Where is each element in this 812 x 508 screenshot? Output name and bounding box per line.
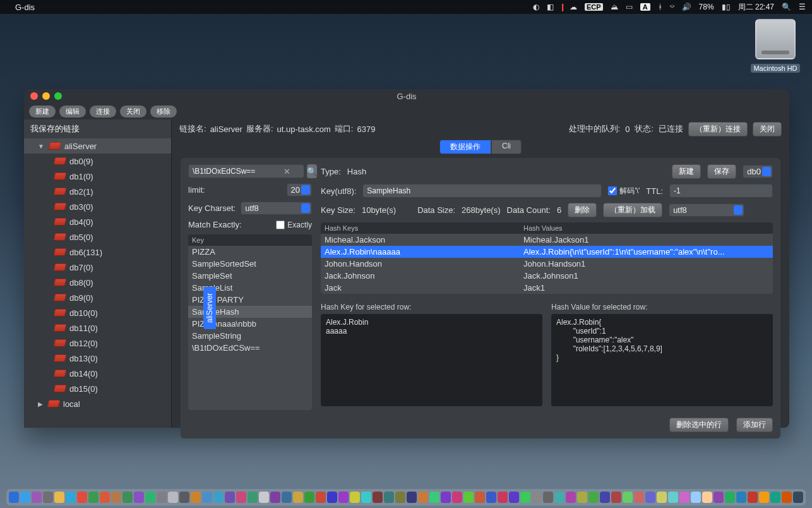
dock-app-icon[interactable]: [32, 492, 42, 503]
dock-app-icon[interactable]: [338, 492, 349, 503]
dock-app-icon[interactable]: [316, 492, 326, 503]
tab-data[interactable]: 数据操作: [439, 140, 491, 154]
dock-app-icon[interactable]: [236, 492, 246, 503]
dock-app-icon[interactable]: [134, 492, 144, 503]
dock-app-icon[interactable]: [418, 492, 428, 503]
dock-app-icon[interactable]: [259, 492, 269, 503]
hash-row[interactable]: Alex.J.Robin\naaaaaAlex.J.Robin{\n\t"use…: [321, 246, 773, 258]
dock[interactable]: [6, 489, 806, 505]
dock-app-icon[interactable]: [702, 492, 712, 503]
add-row-button[interactable]: 添加行: [736, 418, 773, 432]
dock-app-icon[interactable]: [725, 492, 735, 503]
sidebar-db-item[interactable]: db8(0): [24, 275, 171, 290]
sidebar-db-item[interactable]: db10(0): [24, 305, 171, 320]
dock-app-icon[interactable]: [600, 492, 610, 503]
menu-extra-icon[interactable]: ⛰: [611, 3, 618, 11]
dock-app-icon[interactable]: [304, 492, 314, 503]
dock-app-icon[interactable]: [54, 492, 64, 503]
dock-app-icon[interactable]: [213, 492, 224, 503]
limit-select[interactable]: 20: [287, 183, 312, 197]
clear-search-icon[interactable]: ✕: [284, 167, 290, 176]
dock-app-icon[interactable]: [498, 492, 508, 503]
dock-app-icon[interactable]: [270, 492, 280, 503]
reload-button[interactable]: （重新）加载: [603, 203, 662, 217]
dock-app-icon[interactable]: [145, 492, 155, 503]
dock-app-icon[interactable]: [782, 492, 792, 503]
dock-app-icon[interactable]: [452, 492, 462, 503]
key-item[interactable]: \B1tDOxEdCSw==: [188, 342, 312, 354]
dock-app-icon[interactable]: [679, 492, 690, 503]
dock-app-icon[interactable]: [157, 492, 167, 503]
dock-app-icon[interactable]: [248, 492, 258, 503]
dock-app-icon[interactable]: [384, 492, 394, 503]
reconnect-button[interactable]: （重新）连接: [688, 122, 748, 136]
sidebar-db-item[interactable]: db4(0): [24, 214, 171, 229]
save-button[interactable]: 保存: [707, 164, 736, 179]
sidebar-db-item[interactable]: db6(131): [24, 245, 171, 260]
dock-app-icon[interactable]: [77, 492, 87, 503]
sidebar-db-item[interactable]: db7(0): [24, 260, 171, 275]
decode-checkbox-input[interactable]: [608, 186, 617, 195]
key-item[interactable]: PIZZA: [188, 246, 312, 258]
dock-app-icon[interactable]: [566, 492, 576, 503]
sel-key-box[interactable]: Alex.J.Robin aaaaa: [321, 314, 542, 406]
window-close-button[interactable]: [30, 92, 38, 100]
tab-cli[interactable]: Cli: [491, 140, 522, 154]
sidebar-db-item[interactable]: db13(0): [24, 351, 171, 366]
encoding-select[interactable]: utf8: [669, 203, 744, 217]
dock-app-icon[interactable]: [225, 492, 235, 503]
dock-app-icon[interactable]: [441, 492, 451, 503]
sidebar-db-item[interactable]: db5(0): [24, 229, 171, 245]
dock-app-icon[interactable]: [179, 492, 189, 503]
sidebar-db-item[interactable]: db0(9): [24, 154, 171, 169]
decode-checkbox[interactable]: 解码'\': [608, 186, 640, 197]
dock-app-icon[interactable]: [202, 492, 212, 503]
charset-select[interactable]: utf8: [241, 202, 312, 215]
dock-app-icon[interactable]: [577, 492, 587, 503]
new-button[interactable]: 新建: [29, 106, 56, 118]
desktop-drive[interactable]: Macintosh HD: [750, 19, 801, 73]
dock-app-icon[interactable]: [611, 492, 621, 503]
hash-row[interactable]: Jack.JohnsonJack.Johnson1: [321, 270, 773, 282]
db-select[interactable]: db0: [743, 165, 773, 178]
display-icon[interactable]: ▭: [626, 3, 633, 11]
close-conn-button[interactable]: 关闭: [120, 106, 146, 118]
pause-icon[interactable]: ||: [561, 3, 562, 11]
dock-app-icon[interactable]: [748, 492, 758, 503]
exactly-checkbox-input[interactable]: [276, 221, 285, 229]
dock-app-icon[interactable]: [407, 492, 417, 503]
sidebar-db-item[interactable]: db14(0): [24, 366, 171, 381]
sidebar-list[interactable]: ▼aliServerdb0(9)db1(0)db2(1)db3(0)db4(0)…: [24, 138, 171, 428]
dock-app-icon[interactable]: [168, 492, 178, 503]
key-item[interactable]: SampleSet: [188, 270, 312, 282]
edit-button[interactable]: 编辑: [59, 106, 86, 118]
sidebar-db-item[interactable]: db3(0): [24, 199, 171, 214]
dock-app-icon[interactable]: [543, 492, 553, 503]
delete-row-button[interactable]: 删除选中的行: [669, 418, 729, 432]
vertical-tab[interactable]: aliServer: [203, 287, 216, 329]
menu-extra-icon[interactable]: ◐: [533, 3, 539, 11]
hash-table[interactable]: Hash Keys Hash Values Micheal.JacksonMic…: [321, 222, 773, 294]
wechat-icon[interactable]: ☁: [570, 3, 577, 11]
dock-app-icon[interactable]: [350, 492, 360, 503]
dock-app-icon[interactable]: [282, 492, 292, 503]
battery-icon[interactable]: ▮▯: [722, 3, 731, 11]
dock-app-icon[interactable]: [520, 492, 530, 503]
dock-app-icon[interactable]: [736, 492, 746, 503]
dock-app-icon[interactable]: [66, 492, 76, 503]
input-source-icon[interactable]: A: [640, 3, 650, 11]
new-key-button[interactable]: 新建: [672, 164, 701, 179]
dock-app-icon[interactable]: [713, 492, 724, 503]
ttl-input[interactable]: [669, 184, 773, 198]
sidebar-server-item[interactable]: ▼aliServer: [24, 138, 171, 154]
hash-row[interactable]: Micheal.JacksonMicheal.Jackson1: [321, 234, 773, 246]
window-minimize-button[interactable]: [42, 92, 50, 100]
dock-app-icon[interactable]: [657, 492, 667, 503]
dock-app-icon[interactable]: [691, 492, 701, 503]
sidebar-db-item[interactable]: db15(0): [24, 381, 171, 396]
dock-app-icon[interactable]: [395, 492, 405, 503]
wifi-icon[interactable]: ⌔: [670, 3, 674, 11]
dock-app-icon[interactable]: [463, 492, 474, 503]
dock-app-icon[interactable]: [509, 492, 519, 503]
menubar-app-name[interactable]: G-dis: [15, 3, 35, 12]
